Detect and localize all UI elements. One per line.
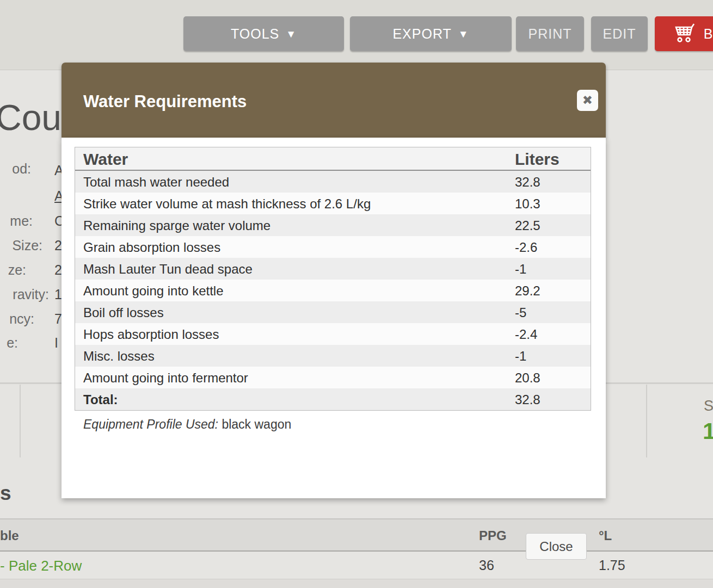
modal-title: Water Requirements bbox=[83, 92, 247, 112]
lovibond-value: 1.75 bbox=[599, 558, 625, 573]
row-label: Hops absorption losses bbox=[83, 327, 219, 342]
fermentables-table-header: ble PPG °L bbox=[0, 519, 713, 552]
shopping-cart-icon bbox=[673, 23, 696, 44]
equipment-profile-note: Equipment Profile Used: black wagon bbox=[83, 417, 291, 432]
water-requirements-modal: Water Requirements ✖ Water Liters Total … bbox=[62, 63, 606, 498]
recipe-value-fragment: 2 bbox=[54, 238, 62, 253]
row-label: Amount going into kettle bbox=[83, 283, 224, 299]
total-label: Total: bbox=[83, 392, 118, 407]
equipment-profile-value: black wagon bbox=[218, 417, 291, 431]
recipe-value-fragment: 2 bbox=[54, 262, 62, 278]
lovibond-value: 0.5 bbox=[599, 585, 618, 588]
row-label: Amount going into fermentor bbox=[83, 370, 248, 386]
col-header-lovibond: °L bbox=[599, 528, 612, 543]
row-label: Boil off losses bbox=[83, 305, 164, 320]
row-value: 32.8 bbox=[515, 175, 540, 190]
row-label: Total mash water needed bbox=[83, 175, 229, 190]
water-table-row: Amount going into fermentor 20.8 bbox=[75, 367, 591, 388]
recipe-label-size: Size: bbox=[0, 238, 42, 253]
row-value: -2.4 bbox=[515, 327, 537, 342]
print-button-label: PRINT bbox=[528, 26, 572, 42]
row-label: Strike water volume at mash thickness of… bbox=[83, 196, 371, 212]
water-table-total-row: Total: 32.8 bbox=[75, 388, 591, 410]
row-value: -1 bbox=[515, 262, 526, 277]
row-value: -2.6 bbox=[515, 240, 537, 255]
buy-button-label: BU bbox=[704, 26, 713, 42]
row-label: Grain absorption losses bbox=[83, 240, 220, 255]
water-table-row: Hops absorption losses -2.4 bbox=[75, 323, 591, 345]
close-button[interactable]: Close bbox=[526, 533, 587, 560]
stat-value-fragment: 1 bbox=[703, 418, 713, 444]
water-table-row: Mash Lauter Tun dead space -1 bbox=[75, 258, 591, 280]
recipe-label-gravity: ravity: bbox=[0, 287, 49, 302]
table-row: - Pale 2-Row 36 1.75 bbox=[0, 552, 713, 579]
recipe-value-fragment: 7 bbox=[54, 311, 62, 327]
col-header-fermentable: ble bbox=[0, 528, 19, 543]
chevron-down-icon: ▼ bbox=[458, 28, 469, 40]
row-value: 22.5 bbox=[515, 218, 540, 233]
buy-button[interactable]: BU bbox=[655, 16, 713, 51]
water-table-header: Water Liters bbox=[75, 147, 591, 171]
stats-column-divider bbox=[20, 385, 21, 457]
water-table-row: Boil off losses -5 bbox=[75, 301, 591, 323]
row-label: Remaining sparge water volume bbox=[83, 218, 271, 233]
fermentables-table: ble PPG °L - Pale 2-Row 36 1.75 rn 40 0.… bbox=[0, 519, 713, 588]
water-table-row: Misc. losses -1 bbox=[75, 345, 591, 367]
ppg-value: 40 bbox=[479, 585, 494, 588]
recipe-label-efficiency: ncy: bbox=[0, 311, 34, 327]
water-table-row: Grain absorption losses -2.6 bbox=[75, 236, 591, 258]
water-table-row: Remaining sparge water volume 22.5 bbox=[75, 214, 591, 236]
water-table-row: Amount going into kettle 29.2 bbox=[75, 280, 591, 301]
page: TOOLS ▼ EXPORT ▼ PRINT EDIT bbox=[0, 0, 713, 588]
stats-column-divider bbox=[646, 385, 647, 457]
close-icon[interactable]: ✖ bbox=[577, 90, 598, 111]
row-value: 10.3 bbox=[515, 196, 540, 212]
edit-button-label: EDIT bbox=[603, 26, 636, 42]
print-button[interactable]: PRINT bbox=[516, 16, 584, 51]
tools-button[interactable]: TOOLS ▼ bbox=[183, 16, 344, 51]
row-value: -1 bbox=[515, 349, 526, 364]
total-value: 32.8 bbox=[515, 392, 540, 407]
row-value: 20.8 bbox=[515, 370, 540, 386]
row-value: -5 bbox=[515, 305, 526, 320]
row-label: Mash Lauter Tun dead space bbox=[83, 262, 253, 277]
recipe-value-fragment: 1 bbox=[54, 287, 62, 302]
col-header-water: Water bbox=[83, 150, 128, 169]
table-row: rn 40 0.5 bbox=[0, 579, 713, 588]
ppg-value: 36 bbox=[479, 558, 494, 573]
recipe-value-fragment: I bbox=[54, 335, 58, 351]
chevron-down-icon: ▼ bbox=[286, 28, 297, 40]
recipe-label-method: od: bbox=[0, 161, 31, 177]
fermentables-heading-fragment: s bbox=[0, 482, 11, 505]
stat-label-fragment: S bbox=[704, 398, 713, 414]
water-table-row: Total mash water needed 32.8 bbox=[75, 171, 591, 193]
export-button-label: EXPORT bbox=[392, 26, 451, 42]
fermentable-link[interactable]: - Pale 2-Row bbox=[0, 558, 82, 574]
modal-header: Water Requirements ✖ bbox=[62, 63, 606, 138]
water-table: Water Liters Total mash water needed 32.… bbox=[75, 147, 591, 411]
export-button[interactable]: EXPORT ▼ bbox=[350, 16, 512, 51]
row-value: 29.2 bbox=[515, 283, 540, 299]
recipe-label-preboil-size: ze: bbox=[0, 262, 26, 278]
edit-button[interactable]: EDIT bbox=[591, 16, 648, 51]
col-header-ppg: PPG bbox=[479, 528, 507, 543]
water-table-row: Strike water volume at mash thickness of… bbox=[75, 193, 591, 214]
recipe-label-source: e: bbox=[0, 335, 18, 351]
modal-body: Water Liters Total mash water needed 32.… bbox=[62, 138, 606, 498]
equipment-profile-label: Equipment Profile Used: bbox=[83, 417, 218, 431]
col-header-liters: Liters bbox=[515, 150, 560, 169]
tools-button-label: TOOLS bbox=[231, 26, 279, 42]
fermentable-link[interactable]: rn bbox=[0, 585, 13, 588]
row-label: Misc. losses bbox=[83, 349, 155, 364]
recipe-label-time: me: bbox=[0, 213, 33, 229]
